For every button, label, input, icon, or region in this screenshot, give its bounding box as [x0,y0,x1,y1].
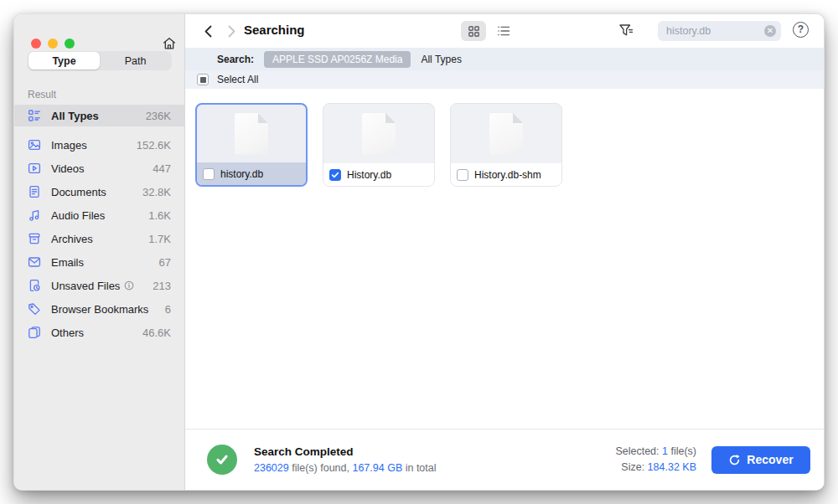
filter-icon[interactable] [618,23,635,39]
recover-button[interactable]: Recover [711,446,810,474]
tab-path[interactable]: Path [100,52,171,69]
audio-icon [28,208,41,222]
archives-icon [28,232,41,245]
bookmarks-icon [28,302,41,316]
file-card-history-db-selected[interactable]: history.db [195,103,308,187]
sidebar-item-label: All Types [51,110,136,122]
minimize-window-button[interactable] [48,39,58,49]
sidebar-item-emails[interactable]: Emails 67 [14,250,184,274]
videos-icon [28,162,41,175]
sidebar-item-unsaved-files[interactable]: Unsaved Files 213 [14,274,184,297]
type-path-segmented-control: Type Path [28,51,172,70]
file-icon [235,113,268,155]
sidebar-item-documents[interactable]: Documents 32.8K [14,180,184,203]
selected-count-line: Selected: 1 file(s) [615,444,696,460]
selection-summary: Selected: 1 file(s) Size: 184.32 KB [615,444,696,476]
search-box: ✕ [658,21,781,41]
status-bar: Search Completed 236029 file(s) found, 1… [185,429,824,490]
file-card-history-db-shm[interactable]: History.db-shm [450,103,562,187]
file-type-list: All Types 236K Images 152.6K Videos [14,105,184,344]
select-all-bar: Select All [185,70,824,89]
select-all-checkbox[interactable] [197,74,209,85]
zoom-window-button[interactable] [65,39,75,49]
toolbar: Searching ✕ [185,14,824,48]
search-status-detail: 236029 file(s) found, 167.94 GB in total [254,462,437,474]
file-icon [489,113,523,155]
documents-icon [28,185,41,198]
search-scope-label: Search: [217,54,254,65]
sidebar-item-audio-files[interactable]: Audio Files 1.6K [14,203,184,227]
close-window-button[interactable] [31,39,41,49]
sidebar-item-images[interactable]: Images 152.6K [14,133,184,157]
file-checkbox[interactable] [329,169,341,181]
file-grid: history.db History.db [185,89,824,429]
file-name: History.db [347,169,391,181]
search-status-title: Search Completed [254,445,437,458]
unsaved-files-icon [28,279,41,292]
info-icon [124,280,134,291]
sidebar-item-browser-bookmarks[interactable]: Browser Bookmarks 6 [14,297,184,321]
file-checkbox[interactable] [457,169,468,181]
app-window: Type Path Result All Types 236K [13,13,825,491]
others-icon [28,326,41,339]
page-title: Searching [244,23,305,37]
tab-type[interactable]: Type [28,52,100,69]
sidebar-item-all-types[interactable]: All Types 236K [14,105,184,126]
file-checkbox[interactable] [203,168,215,180]
list-view-button[interactable] [491,21,516,41]
device-badge[interactable]: APPLE SSD AP0256Z Media [264,51,411,68]
select-all-label: Select All [217,74,258,85]
search-scope-bar: Search: APPLE SSD AP0256Z Media All Type… [185,48,824,70]
file-icon [362,113,396,155]
all-types-icon [28,109,41,122]
selected-size-line: Size: 184.32 KB [615,460,696,476]
file-card-history-db-checked[interactable]: History.db [323,103,435,187]
back-button[interactable] [199,22,217,40]
sidebar-item-videos[interactable]: Videos 447 [14,157,184,180]
list-view-icon [497,25,510,37]
file-thumbnail [197,105,306,162]
sidebar: Type Path Result All Types 236K [14,14,185,490]
grid-view-button[interactable] [461,21,486,41]
main-panel: Searching ✕ [185,14,824,490]
file-thumbnail [323,104,434,163]
success-check-icon [207,445,237,475]
grid-view-icon [468,25,480,38]
recover-icon [728,454,741,466]
sidebar-item-count: 236K [146,110,171,122]
file-name: history.db [220,168,263,180]
images-icon [28,138,41,152]
help-icon[interactable]: ? [793,22,809,38]
file-thumbnail [451,104,561,163]
sidebar-item-archives[interactable]: Archives 1.7K [14,227,184,250]
clear-search-icon[interactable]: ✕ [764,25,776,37]
emails-icon [28,255,41,269]
sidebar-item-others[interactable]: Others 46.6K [14,321,184,344]
file-name: History.db-shm [474,169,541,181]
traffic-lights [31,39,75,49]
scope-value[interactable]: All Types [421,54,461,65]
forward-button[interactable] [222,22,241,40]
search-input[interactable] [666,25,764,37]
home-icon[interactable] [162,36,177,51]
result-section-label: Result [28,89,56,100]
